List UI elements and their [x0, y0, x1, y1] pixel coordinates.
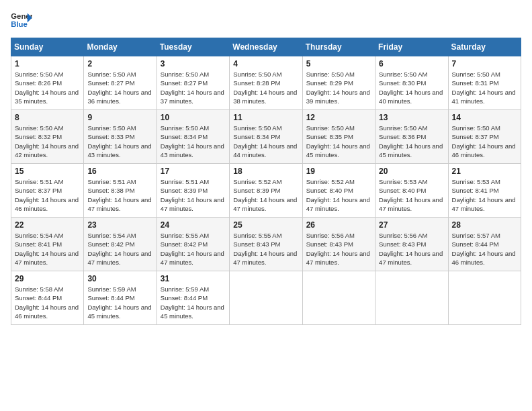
- day-number: 25: [233, 220, 298, 230]
- day-detail: Sunrise: 5:55 AMSunset: 8:43 PMDaylight:…: [233, 232, 297, 266]
- calendar-cell: 14 Sunrise: 5:50 AMSunset: 8:37 PMDaylig…: [448, 110, 521, 164]
- calendar-cell: 27 Sunrise: 5:56 AMSunset: 8:43 PMDaylig…: [375, 218, 448, 271]
- day-number: 13: [379, 113, 444, 122]
- day-number: 27: [379, 220, 444, 230]
- calendar-week-1: 1 Sunrise: 5:50 AMSunset: 8:26 PMDayligh…: [11, 56, 521, 110]
- calendar-cell: 30 Sunrise: 5:59 AMSunset: 8:44 PMDaylig…: [84, 271, 157, 325]
- calendar-week-5: 29 Sunrise: 5:58 AMSunset: 8:44 PMDaylig…: [11, 271, 521, 325]
- calendar-week-4: 22 Sunrise: 5:54 AMSunset: 8:41 PMDaylig…: [11, 218, 521, 271]
- day-number: 12: [306, 113, 371, 122]
- day-detail: Sunrise: 5:51 AMSunset: 8:37 PMDaylight:…: [15, 178, 79, 212]
- calendar-week-3: 15 Sunrise: 5:51 AMSunset: 8:37 PMDaylig…: [11, 164, 521, 218]
- day-detail: Sunrise: 5:50 AMSunset: 8:27 PMDaylight:…: [161, 71, 224, 105]
- calendar-header-saturday: Saturday: [448, 38, 521, 56]
- day-detail: Sunrise: 5:56 AMSunset: 8:43 PMDaylight:…: [379, 232, 443, 266]
- day-detail: Sunrise: 5:51 AMSunset: 8:39 PMDaylight:…: [161, 178, 224, 212]
- calendar-header-tuesday: Tuesday: [157, 38, 229, 56]
- day-number: 11: [233, 113, 298, 122]
- calendar-cell: 9 Sunrise: 5:50 AMSunset: 8:33 PMDayligh…: [84, 110, 157, 164]
- day-number: 4: [233, 59, 298, 68]
- day-number: 10: [161, 113, 226, 122]
- day-number: 5: [306, 59, 371, 68]
- calendar-cell: 26 Sunrise: 5:56 AMSunset: 8:43 PMDaylig…: [302, 218, 375, 271]
- day-detail: Sunrise: 5:53 AMSunset: 8:41 PMDaylight:…: [452, 178, 516, 212]
- calendar-cell: 31 Sunrise: 5:59 AMSunset: 8:44 PMDaylig…: [157, 271, 229, 325]
- day-detail: Sunrise: 5:50 AMSunset: 8:27 PMDaylight:…: [87, 71, 151, 105]
- calendar-cell: 15 Sunrise: 5:51 AMSunset: 8:37 PMDaylig…: [11, 164, 84, 218]
- calendar-cell: 4 Sunrise: 5:50 AMSunset: 8:28 PMDayligh…: [230, 56, 302, 110]
- calendar-cell: 21 Sunrise: 5:53 AMSunset: 8:41 PMDaylig…: [448, 164, 521, 218]
- day-detail: Sunrise: 5:54 AMSunset: 8:42 PMDaylight:…: [87, 232, 151, 266]
- calendar-header-sunday: Sunday: [11, 38, 84, 56]
- day-detail: Sunrise: 5:56 AMSunset: 8:43 PMDaylight:…: [306, 232, 370, 266]
- calendar-cell: 18 Sunrise: 5:52 AMSunset: 8:39 PMDaylig…: [230, 164, 302, 218]
- calendar-cell: [230, 271, 302, 325]
- calendar-cell: 29 Sunrise: 5:58 AMSunset: 8:44 PMDaylig…: [11, 271, 84, 325]
- day-detail: Sunrise: 5:50 AMSunset: 8:29 PMDaylight:…: [306, 71, 370, 105]
- calendar-cell: 25 Sunrise: 5:55 AMSunset: 8:43 PMDaylig…: [230, 218, 302, 271]
- calendar-header-row: SundayMondayTuesdayWednesdayThursdayFrid…: [11, 38, 521, 56]
- day-number: 29: [15, 274, 80, 283]
- logo-icon: General Blue: [11, 11, 32, 30]
- calendar-cell: 1 Sunrise: 5:50 AMSunset: 8:26 PMDayligh…: [11, 56, 84, 110]
- day-number: 7: [452, 59, 517, 68]
- day-detail: Sunrise: 5:51 AMSunset: 8:38 PMDaylight:…: [87, 178, 151, 212]
- day-number: 28: [452, 220, 517, 230]
- day-number: 18: [233, 167, 298, 176]
- calendar-cell: 10 Sunrise: 5:50 AMSunset: 8:34 PMDaylig…: [157, 110, 229, 164]
- calendar-week-2: 8 Sunrise: 5:50 AMSunset: 8:32 PMDayligh…: [11, 110, 521, 164]
- calendar-header-thursday: Thursday: [302, 38, 375, 56]
- calendar-cell: 28 Sunrise: 5:57 AMSunset: 8:44 PMDaylig…: [448, 218, 521, 271]
- calendar-cell: 12 Sunrise: 5:50 AMSunset: 8:35 PMDaylig…: [302, 110, 375, 164]
- day-number: 23: [87, 220, 152, 230]
- day-number: 2: [87, 59, 152, 68]
- calendar-cell: 24 Sunrise: 5:55 AMSunset: 8:42 PMDaylig…: [157, 218, 229, 271]
- day-number: 30: [87, 274, 152, 283]
- calendar-cell: [302, 271, 375, 325]
- day-number: 17: [161, 167, 226, 176]
- calendar-cell: 19 Sunrise: 5:52 AMSunset: 8:40 PMDaylig…: [302, 164, 375, 218]
- day-detail: Sunrise: 5:50 AMSunset: 8:32 PMDaylight:…: [15, 124, 79, 158]
- calendar-cell: 20 Sunrise: 5:53 AMSunset: 8:40 PMDaylig…: [375, 164, 448, 218]
- day-detail: Sunrise: 5:54 AMSunset: 8:41 PMDaylight:…: [15, 232, 79, 266]
- day-number: 16: [87, 167, 152, 176]
- day-detail: Sunrise: 5:55 AMSunset: 8:42 PMDaylight:…: [161, 232, 224, 266]
- calendar-header-friday: Friday: [375, 38, 448, 56]
- calendar-cell: 8 Sunrise: 5:50 AMSunset: 8:32 PMDayligh…: [11, 110, 84, 164]
- calendar-cell: 17 Sunrise: 5:51 AMSunset: 8:39 PMDaylig…: [157, 164, 229, 218]
- calendar-cell: [448, 271, 521, 325]
- day-detail: Sunrise: 5:52 AMSunset: 8:40 PMDaylight:…: [306, 178, 370, 212]
- calendar-cell: 5 Sunrise: 5:50 AMSunset: 8:29 PMDayligh…: [302, 56, 375, 110]
- day-number: 14: [452, 113, 517, 122]
- day-detail: Sunrise: 5:50 AMSunset: 8:34 PMDaylight:…: [161, 124, 224, 158]
- page-header: General Blue: [11, 11, 521, 30]
- calendar-cell: 16 Sunrise: 5:51 AMSunset: 8:38 PMDaylig…: [84, 164, 157, 218]
- day-detail: Sunrise: 5:59 AMSunset: 8:44 PMDaylight:…: [161, 285, 224, 320]
- calendar-header-wednesday: Wednesday: [230, 38, 302, 56]
- svg-text:Blue: Blue: [11, 20, 28, 28]
- day-detail: Sunrise: 5:50 AMSunset: 8:28 PMDaylight:…: [233, 71, 297, 105]
- day-number: 15: [15, 167, 80, 176]
- day-number: 21: [452, 167, 517, 176]
- calendar-cell: 6 Sunrise: 5:50 AMSunset: 8:30 PMDayligh…: [375, 56, 448, 110]
- day-detail: Sunrise: 5:50 AMSunset: 8:31 PMDaylight:…: [452, 71, 516, 105]
- day-number: 8: [15, 113, 80, 122]
- day-detail: Sunrise: 5:50 AMSunset: 8:26 PMDaylight:…: [15, 71, 79, 105]
- day-detail: Sunrise: 5:58 AMSunset: 8:44 PMDaylight:…: [15, 285, 79, 320]
- calendar-cell: 2 Sunrise: 5:50 AMSunset: 8:27 PMDayligh…: [84, 56, 157, 110]
- day-number: 26: [306, 220, 371, 230]
- calendar-cell: 22 Sunrise: 5:54 AMSunset: 8:41 PMDaylig…: [11, 218, 84, 271]
- calendar-cell: 11 Sunrise: 5:50 AMSunset: 8:34 PMDaylig…: [230, 110, 302, 164]
- day-number: 20: [379, 167, 444, 176]
- day-detail: Sunrise: 5:50 AMSunset: 8:37 PMDaylight:…: [452, 124, 516, 158]
- day-detail: Sunrise: 5:50 AMSunset: 8:33 PMDaylight:…: [87, 124, 151, 158]
- day-number: 3: [161, 59, 226, 68]
- calendar-body: 1 Sunrise: 5:50 AMSunset: 8:26 PMDayligh…: [11, 56, 521, 325]
- day-number: 19: [306, 167, 371, 176]
- calendar-header-monday: Monday: [84, 38, 157, 56]
- calendar-cell: 7 Sunrise: 5:50 AMSunset: 8:31 PMDayligh…: [448, 56, 521, 110]
- day-number: 6: [379, 59, 444, 68]
- day-detail: Sunrise: 5:50 AMSunset: 8:30 PMDaylight:…: [379, 71, 443, 105]
- day-number: 9: [87, 113, 152, 122]
- day-detail: Sunrise: 5:50 AMSunset: 8:34 PMDaylight:…: [233, 124, 297, 158]
